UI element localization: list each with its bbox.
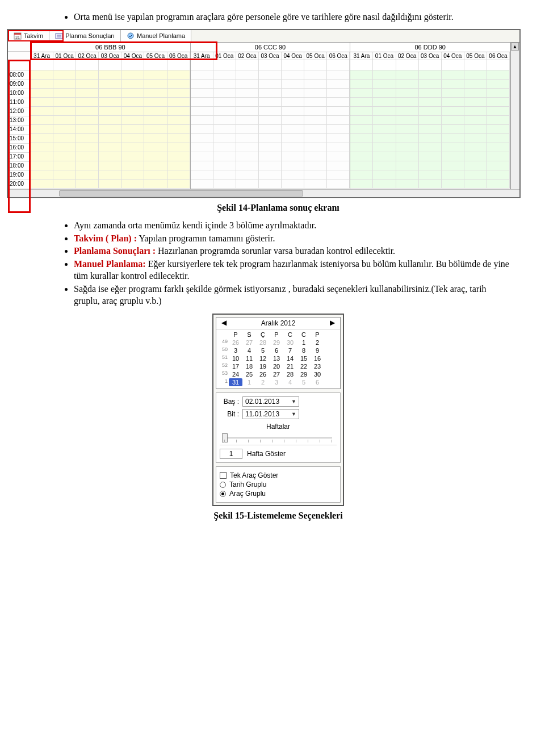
grid-cell[interactable] xyxy=(350,179,373,189)
grid-cell[interactable] xyxy=(464,134,487,143)
calendar-day[interactable]: 27 xyxy=(270,370,283,378)
grid-cell[interactable] xyxy=(350,70,373,80)
calendar-prev-icon[interactable]: ◀ xyxy=(220,319,228,327)
grid-cell[interactable] xyxy=(76,98,99,107)
grid-cell[interactable] xyxy=(31,98,53,107)
grid-cell[interactable] xyxy=(191,98,213,107)
grid-cell[interactable] xyxy=(419,70,442,80)
calendar-day[interactable]: 1 xyxy=(242,378,256,386)
grid-cell[interactable] xyxy=(327,179,350,189)
grid-cell[interactable] xyxy=(487,152,510,161)
grid-cell[interactable] xyxy=(31,170,53,179)
grid-cell[interactable] xyxy=(259,161,282,170)
grid-cell[interactable] xyxy=(350,107,373,116)
grid-cell[interactable] xyxy=(373,98,396,107)
calendar-day[interactable]: 5 xyxy=(297,378,311,386)
grid-cell[interactable] xyxy=(396,89,419,98)
grid-cell[interactable] xyxy=(53,98,76,107)
calendar-day[interactable]: 25 xyxy=(242,370,256,378)
calendar-day[interactable]: 6 xyxy=(270,346,283,354)
grid-cell[interactable] xyxy=(213,161,236,170)
grid-cell[interactable] xyxy=(282,116,304,125)
grid-cell[interactable] xyxy=(144,89,167,98)
grid-cell[interactable] xyxy=(167,116,190,125)
grid-cell[interactable] xyxy=(373,170,396,179)
grid-cell[interactable] xyxy=(304,152,327,161)
grid-cell[interactable] xyxy=(76,70,99,80)
grid-cell[interactable] xyxy=(191,179,213,189)
grid-cell[interactable] xyxy=(99,161,121,170)
grid-cell[interactable] xyxy=(31,143,53,152)
grid-cell[interactable] xyxy=(213,116,236,125)
scroll-up-icon[interactable]: ▲ xyxy=(511,43,519,51)
calendar-day[interactable]: 26 xyxy=(256,370,270,378)
grid-cell[interactable] xyxy=(487,116,510,125)
grid-cell[interactable] xyxy=(464,98,487,107)
grid-cell[interactable] xyxy=(304,125,327,134)
grid-cell[interactable] xyxy=(282,70,304,80)
grid-cell[interactable] xyxy=(304,89,327,98)
grid-cell[interactable] xyxy=(259,125,282,134)
calendar-day[interactable]: 12 xyxy=(256,354,270,362)
grid-cell[interactable] xyxy=(144,152,167,161)
grid-cell[interactable] xyxy=(327,98,350,107)
grid-cell[interactable] xyxy=(419,134,442,143)
calendar-day[interactable]: 3 xyxy=(270,378,283,386)
grid-cell[interactable] xyxy=(282,134,304,143)
grid-cell[interactable] xyxy=(144,179,167,189)
grid-cell[interactable] xyxy=(121,134,144,143)
grid-cell[interactable] xyxy=(236,143,259,152)
grid-cell[interactable] xyxy=(53,116,76,125)
grid-cell[interactable] xyxy=(144,70,167,80)
grid-cell[interactable] xyxy=(191,70,213,80)
calendar-day[interactable]: 3 xyxy=(229,346,242,354)
grid-cell[interactable] xyxy=(53,170,76,179)
calendar-day[interactable]: 24 xyxy=(229,370,242,378)
grid-cell[interactable] xyxy=(121,98,144,107)
calendar-day[interactable]: 23 xyxy=(311,362,324,370)
grid-cell[interactable] xyxy=(191,170,213,179)
grid-cell[interactable] xyxy=(191,125,213,134)
grid-cell[interactable] xyxy=(373,143,396,152)
grid-cell[interactable] xyxy=(464,152,487,161)
grid-cell[interactable] xyxy=(167,143,190,152)
grid-cell[interactable] xyxy=(76,152,99,161)
grid-cell[interactable] xyxy=(144,116,167,125)
grid-cell[interactable] xyxy=(327,80,350,89)
grid-cell[interactable] xyxy=(121,80,144,89)
grid-cell[interactable] xyxy=(396,170,419,179)
grid-cell[interactable] xyxy=(53,143,76,152)
grid-cell[interactable] xyxy=(31,89,53,98)
grid-cell[interactable] xyxy=(99,89,121,98)
grid-cell[interactable] xyxy=(304,98,327,107)
grid-cell[interactable] xyxy=(419,170,442,179)
grid-cell[interactable] xyxy=(76,179,99,189)
grid-cell[interactable] xyxy=(53,80,76,89)
grid-cell[interactable] xyxy=(121,161,144,170)
grid-cell[interactable] xyxy=(396,143,419,152)
tek-arac-checkbox[interactable] xyxy=(220,472,227,479)
calendar-day[interactable]: 11 xyxy=(242,354,256,362)
grid-cell[interactable] xyxy=(99,179,121,189)
grid-cell[interactable] xyxy=(442,143,464,152)
grid-cell[interactable] xyxy=(327,125,350,134)
grid-cell[interactable] xyxy=(396,125,419,134)
grid-cell[interactable] xyxy=(487,107,510,116)
grid-cell[interactable] xyxy=(327,116,350,125)
grid-cell[interactable] xyxy=(99,70,121,80)
grid-cell[interactable] xyxy=(121,70,144,80)
tab-planma-sonuçları[interactable]: Planma Sonuçları xyxy=(49,30,121,42)
calendar-day[interactable]: 10 xyxy=(229,354,242,362)
calendar-next-icon[interactable]: ▶ xyxy=(329,319,337,327)
grid-cell[interactable] xyxy=(191,161,213,170)
grid-cell[interactable] xyxy=(31,116,53,125)
grid-cell[interactable] xyxy=(442,80,464,89)
grid-cell[interactable] xyxy=(191,143,213,152)
grid-cell[interactable] xyxy=(304,161,327,170)
grid-cell[interactable] xyxy=(144,98,167,107)
grid-cell[interactable] xyxy=(167,89,190,98)
grid-cell[interactable] xyxy=(304,170,327,179)
grid-cell[interactable] xyxy=(236,70,259,80)
calendar-day[interactable]: 30 xyxy=(283,339,297,346)
tab-takvim[interactable]: 31Takvim xyxy=(8,30,49,43)
